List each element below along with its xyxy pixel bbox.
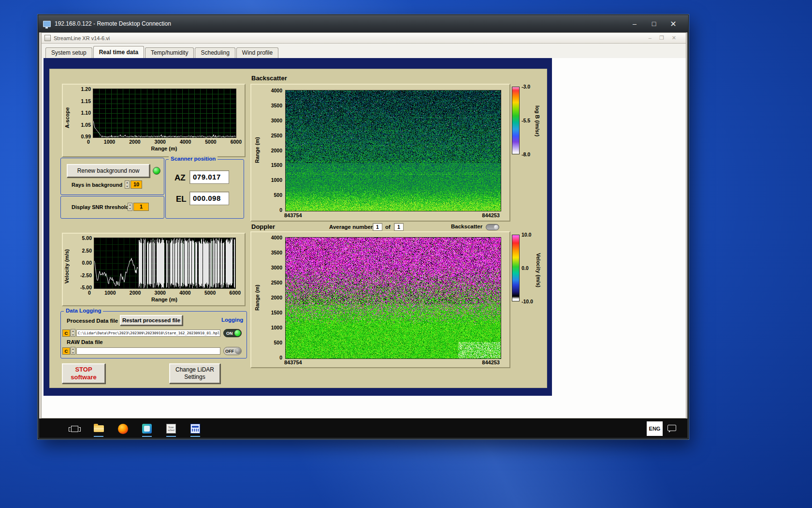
tab-wind-profile[interactable]: Wind profile [236, 47, 278, 58]
renew-background-button[interactable]: Renew background now [67, 164, 150, 178]
tick-label: 3000 [155, 139, 166, 145]
tick-label: 3500 [271, 250, 282, 255]
toggle-off-led [235, 348, 241, 354]
tab-real-time-data[interactable]: Real time data [93, 46, 144, 58]
tab-scheduling[interactable]: Scheduling [195, 47, 235, 58]
task-view-button[interactable] [67, 419, 82, 438]
app-titlebar[interactable]: StreamLine XR v14-6.vi – ❐ ✕ [42, 33, 686, 44]
language-indicator[interactable]: ENG [647, 421, 663, 436]
tick-label: 2000 [271, 295, 282, 300]
change-lidar-settings-button[interactable]: Change LiDAR Settings [169, 363, 220, 384]
tick-label: 4000 [271, 88, 282, 93]
tick-label: -3.0 [522, 84, 537, 90]
average-number-label: Average number [329, 224, 373, 230]
front-panel-background: A-scope 1.201.151.101.050.99 01000200030… [44, 58, 552, 396]
tick-label: 4000 [180, 139, 191, 145]
ascope-x-ticks: 0100020003000400050006000 [87, 139, 242, 145]
tick-label: 1.15 [81, 98, 91, 104]
tab-temp-humidity[interactable]: Temp/humidity [145, 47, 194, 58]
velocity-panel: Velocity (m/s) 5.002.500.00-2.50-5.00 01… [62, 233, 246, 306]
firefox-button[interactable] [116, 419, 130, 438]
backscatter-colorbar [512, 87, 520, 154]
backscatter-x-end: 844253 [482, 212, 500, 218]
raw-drive-selector[interactable]: C [62, 347, 70, 355]
average-number-field[interactable]: 1 [373, 223, 382, 231]
doppler-y-axis-label: Range (m) [254, 278, 260, 317]
tick-label: 2000 [271, 148, 282, 153]
rdp-minimize-button[interactable]: – [628, 20, 641, 28]
backscatter-title: Backscatter [251, 75, 287, 82]
backscatter-display-toggle[interactable] [486, 224, 499, 230]
app-client-area: A-scope 1.201.151.101.050.99 01000200030… [42, 58, 686, 418]
backscatter-y-ticks: 40003500300025002000150010005000 [264, 88, 282, 213]
ascope-x-axis-label: Range (m) [93, 146, 235, 151]
doppler-colorbar [512, 235, 520, 301]
doppler-x-end: 844253 [482, 359, 500, 365]
tick-label: 2.50 [82, 248, 92, 254]
tick-label: 3000 [155, 290, 166, 296]
restart-processed-file-button[interactable]: Restart processed file [120, 315, 183, 326]
data-logging-group: Data Logging Processed Data file Restart… [60, 311, 247, 359]
app-restore-button[interactable]: ❐ [659, 35, 664, 41]
rays-spinner[interactable]: ▲▼ [125, 180, 130, 189]
backscatter-y-axis-label: Range (m) [254, 131, 260, 169]
processed-drive-selector[interactable]: C [62, 329, 70, 337]
app-close-button[interactable]: ✕ [672, 35, 676, 41]
el-value-field[interactable]: 000.098 [189, 192, 229, 205]
background-group: Renew background now Rays in background … [60, 158, 164, 195]
snr-value-field[interactable]: 1 [133, 203, 149, 211]
tick-label: 0 [279, 355, 282, 360]
scanner-position-title: Scanner position [169, 156, 218, 162]
vi-app-button[interactable] [188, 419, 203, 438]
app-title: StreamLine XR v14-6.vi [54, 35, 110, 41]
tab-system-setup[interactable]: System setup [45, 47, 92, 58]
raw-data-file-label: RAW Data file [67, 339, 103, 345]
raw-path-browse-button[interactable]: ▲▼ [71, 347, 75, 355]
tick-label: 1500 [271, 310, 282, 315]
tick-label: 4000 [271, 235, 282, 240]
snr-group: Display SNR threshold ▲▼ 1 [60, 196, 164, 219]
tick-label: 2000 [130, 290, 141, 296]
of-label: of [385, 224, 391, 230]
tick-label: 1000 [104, 290, 116, 296]
scan-scheduler-button[interactable]: Scan sched [164, 419, 178, 438]
tick-label: 500 [274, 192, 282, 198]
ascope-panel: A-scope 1.201.151.101.050.99 01000200030… [62, 84, 246, 157]
tick-label: 3000 [271, 265, 282, 270]
vi-app-icon [190, 424, 200, 433]
az-value-field[interactable]: 079.017 [189, 170, 229, 184]
velocity-x-axis-label: Range (m) [94, 297, 235, 302]
app-button-teal[interactable] [140, 419, 154, 438]
tick-label: 1000 [104, 139, 115, 145]
tick-label: 0 [279, 207, 282, 213]
rays-value-field[interactable]: 10 [130, 180, 142, 189]
snr-spinner[interactable]: ▲▼ [128, 203, 132, 211]
ascope-y-ticks: 1.201.151.101.050.99 [74, 86, 91, 139]
notification-icon[interactable] [667, 425, 676, 431]
toggle-on-led [234, 330, 241, 336]
raw-logging-toggle[interactable]: OFF [223, 347, 242, 355]
rays-in-background-label: Rays in background [72, 182, 122, 188]
processed-path-field[interactable]: C:\Lidar\Data\Proc\2023\202309\20230910\… [76, 329, 220, 337]
main-panel: A-scope 1.201.151.101.050.99 01000200030… [49, 69, 547, 388]
tick-label: 4000 [179, 290, 190, 296]
stop-software-button[interactable]: STOP software [62, 363, 105, 384]
file-explorer-button[interactable] [91, 419, 106, 438]
toggle-knob [494, 225, 498, 229]
ascope-graph [93, 89, 236, 138]
raw-path-field[interactable] [76, 347, 220, 355]
tick-label: 1500 [271, 162, 282, 168]
processed-logging-toggle[interactable]: ON [223, 329, 242, 337]
backscatter-colorbar-label: log B (/m/sr) [535, 90, 540, 152]
rdp-maximize-button[interactable]: □ [648, 20, 660, 28]
average-total-field[interactable]: 1 [394, 223, 404, 231]
tick-label: 2500 [271, 280, 282, 285]
data-logging-title: Data Logging [64, 308, 103, 314]
tick-label: 1000 [271, 325, 282, 330]
rdp-close-button[interactable]: ✕ [667, 19, 680, 29]
rdp-titlebar[interactable]: 192.168.0.122 - Remote Desktop Connectio… [38, 15, 688, 32]
app-minimize-button[interactable]: – [649, 35, 652, 41]
rdp-window: 192.168.0.122 - Remote Desktop Connectio… [38, 15, 689, 439]
processed-path-browse-button[interactable]: ▲▼ [71, 329, 75, 337]
tick-label: -2.50 [80, 272, 92, 278]
